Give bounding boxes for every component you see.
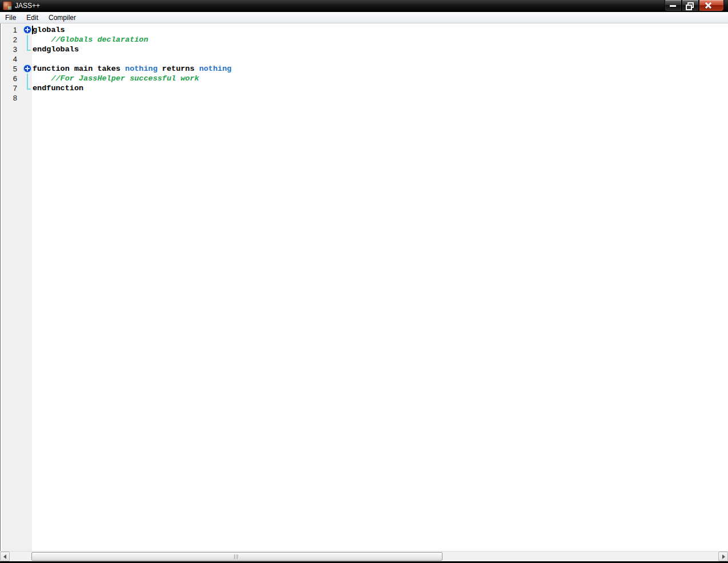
code-text[interactable]: endglobals <box>32 45 79 54</box>
code-text[interactable]: //Globals declaration <box>32 35 148 45</box>
code-token: endglobals <box>33 45 79 54</box>
scrollbar-thumb[interactable] <box>31 552 443 561</box>
code-token: function main takes <box>33 65 125 73</box>
code-editor[interactable]: 1globals2 //Globals declaration3endgloba… <box>0 23 728 551</box>
code-rows: 1globals2 //Globals declaration3endgloba… <box>0 25 728 103</box>
fold-margin-cell <box>18 74 32 83</box>
fold-expand-icon[interactable] <box>24 65 31 72</box>
menu-bar: FileEditCompiler <box>0 12 728 23</box>
scroll-right-button[interactable] <box>718 552 728 561</box>
text-caret <box>32 26 33 34</box>
code-text[interactable]: //For JassHelper successful work <box>32 74 199 83</box>
code-text[interactable] <box>32 54 33 64</box>
fold-guide-line <box>27 35 28 45</box>
code-text[interactable]: endfunction <box>32 83 83 93</box>
fold-guide-elbow <box>27 89 31 90</box>
code-line[interactable]: 7endfunction <box>0 83 728 93</box>
fold-margin-cell <box>18 45 32 54</box>
code-line[interactable]: 5function main takes nothing returns not… <box>0 64 728 74</box>
window-title: JASS++ <box>15 2 40 10</box>
fold-guide-line <box>27 74 28 83</box>
line-number: 1 <box>0 25 18 35</box>
code-line[interactable]: 3endglobals <box>0 45 728 54</box>
fold-margin-cell <box>18 54 32 64</box>
code-line[interactable]: 1globals <box>0 25 728 35</box>
code-token: returns <box>158 65 199 73</box>
code-token: //For JassHelper successful work <box>33 74 199 83</box>
line-number: 5 <box>0 64 18 74</box>
horizontal-scrollbar[interactable] <box>0 551 728 561</box>
code-token: endfunction <box>33 84 83 93</box>
fold-margin-cell <box>18 93 32 103</box>
scroll-left-button[interactable] <box>0 552 10 561</box>
scroll-right-arrow-icon <box>722 554 725 559</box>
code-text[interactable]: function main takes nothing returns noth… <box>32 64 231 74</box>
thumb-grip-icon <box>234 554 240 559</box>
code-text[interactable] <box>32 93 33 103</box>
line-number: 8 <box>0 93 18 103</box>
scroll-left-arrow-icon <box>3 554 6 559</box>
code-line[interactable]: 6 //For JassHelper successful work <box>0 74 728 83</box>
minimize-button[interactable] <box>665 0 682 11</box>
line-number: 4 <box>0 54 18 64</box>
fold-margin-cell <box>18 35 32 45</box>
minimize-icon <box>670 5 676 7</box>
line-number: 3 <box>0 45 18 54</box>
restore-button[interactable] <box>682 0 699 11</box>
window-controls <box>665 0 724 11</box>
code-line[interactable]: 8 <box>0 93 728 103</box>
menu-item-edit[interactable]: Edit <box>21 13 43 23</box>
restore-icon <box>687 2 694 8</box>
fold-guide-elbow <box>27 50 31 51</box>
fold-margin-cell <box>18 83 32 93</box>
line-number: 7 <box>0 83 18 93</box>
code-line[interactable]: 4 <box>0 54 728 64</box>
fold-margin-cell <box>18 25 32 35</box>
code-token: nothing <box>199 65 232 73</box>
close-button[interactable] <box>699 0 724 11</box>
code-text[interactable]: globals <box>32 25 65 35</box>
menu-item-file[interactable]: File <box>0 13 21 23</box>
code-token: nothing <box>125 65 158 73</box>
app-icon[interactable] <box>3 1 12 10</box>
menu-item-compiler[interactable]: Compiler <box>43 13 81 23</box>
code-line[interactable]: 2 //Globals declaration <box>0 35 728 45</box>
code-token: globals <box>33 26 65 34</box>
fold-expand-icon[interactable] <box>24 26 31 33</box>
line-number: 2 <box>0 35 18 45</box>
jass-editor-window: { "window": { "title": "JASS++", "icon":… <box>0 0 728 563</box>
close-icon <box>699 0 723 11</box>
code-token: //Globals declaration <box>33 35 148 44</box>
fold-margin-cell <box>18 64 32 74</box>
line-number: 6 <box>0 74 18 83</box>
title-bar[interactable]: JASS++ <box>0 0 728 12</box>
